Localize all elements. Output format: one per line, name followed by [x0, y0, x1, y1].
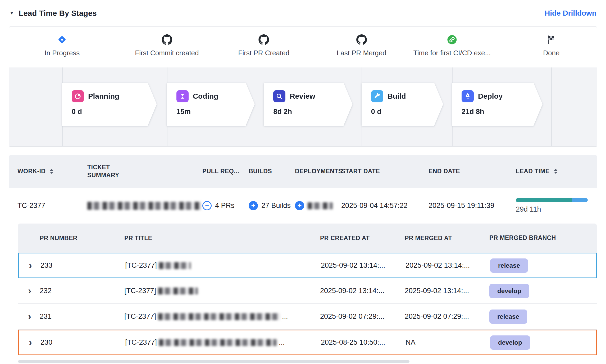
pr-number: 232 [40, 287, 124, 295]
pr-title: [TC-2377] ... [125, 338, 321, 347]
milestone-last-pr-merged: Last PR Merged [337, 34, 386, 57]
collapse-prs-icon[interactable]: − [202, 201, 212, 210]
lead-time-bar [516, 198, 588, 202]
col-builds: BUILDS [249, 168, 295, 175]
pr-created-at: 2025-09-02 13:14:... [321, 261, 405, 270]
stage-build: Build 0 d [362, 83, 443, 126]
lane-divider [551, 67, 552, 146]
col-pull-requests: PULL REQ... [202, 168, 249, 175]
magnifier-icon [273, 90, 285, 102]
deployments-cell: + [295, 201, 341, 210]
lead-time-stages-card: In Progress First Commit created First P… [9, 26, 597, 147]
work-item-row: TC-2377 − 4 PRs + 27 Builds + 2025-09-04… [9, 188, 597, 224]
col-deployments: DEPLOYMENTS [295, 168, 341, 175]
github-icon [356, 34, 367, 46]
chevron-right-icon[interactable]: › [19, 338, 40, 347]
sort-icon[interactable] [554, 169, 558, 174]
stage-name: Build [388, 92, 406, 101]
milestone-label: Time for first CI/CD exe... [413, 49, 491, 57]
pr-created-at: 2025-08-25 10:50:... [321, 338, 405, 347]
stage-name: Review [290, 92, 315, 101]
rocket-icon [462, 90, 474, 102]
pull-requests-cell: − 4 PRs [202, 201, 249, 210]
stage-name: Deploy [478, 92, 503, 101]
pr-created-at: 2025-09-02 13:14:... [320, 287, 405, 295]
stage-duration: 0 d [72, 108, 157, 116]
col-work-id: WORK-ID [17, 168, 87, 175]
horizontal-scrollbar[interactable] [18, 360, 409, 363]
pr-row-232[interactable]: › 232 [TC-2377] 2025-09-02 13:14:... 202… [18, 278, 597, 304]
pr-branch-cell: develop [489, 284, 597, 298]
start-date: 2025-09-04 14:57:22 [341, 202, 429, 210]
milestone-label: Done [543, 49, 559, 57]
hide-drilldown-link[interactable]: Hide Drilldown [545, 9, 596, 17]
pr-branch-cell: release [490, 258, 596, 273]
pr-row-231[interactable]: › 231 [TC-2377] ... 2025-09-02 07:29:...… [18, 304, 597, 330]
branch-badge: release [489, 310, 527, 324]
stage-duration: 8d 2h [273, 108, 352, 116]
planning-pie-icon [72, 90, 84, 102]
branch-badge: release [490, 258, 528, 273]
sort-icon[interactable] [50, 169, 53, 174]
work-items-table: WORK-ID TICKET SUMMARY PULL REQ... BUILD… [9, 155, 597, 224]
pr-title: [TC-2377] [124, 287, 320, 295]
collapse-triangle-icon[interactable]: ▼ [10, 11, 14, 16]
col-pr-number: PR NUMBER [40, 235, 124, 242]
col-pr-title: PR TITLE [124, 235, 320, 242]
stage-coding: Coding 15m [167, 83, 255, 126]
stage-name: Planning [88, 92, 119, 101]
stage-duration: 15m [176, 108, 255, 116]
milestone-in-progress: In Progress [44, 34, 80, 57]
pr-title: [TC-2377] [125, 261, 321, 270]
milestone-first-pr: First PR Created [238, 34, 290, 57]
pr-merged-at: 2025-09-02 13:14:... [405, 287, 489, 295]
expand-deployments-icon[interactable]: + [295, 201, 304, 210]
github-icon [258, 34, 269, 46]
end-date: 2025-09-15 19:11:39 [429, 202, 516, 210]
col-pr-branch: PR MERGED BRANCH [489, 234, 597, 242]
pr-row-233[interactable]: › 233 [TC-2377] 2025-09-02 13:14:... 202… [18, 253, 597, 278]
build-count: 27 Builds [261, 202, 291, 210]
section-header: ▼ Lead Time By Stages Hide Drilldown [10, 0, 596, 26]
cicd-link-icon [447, 34, 457, 46]
milestone-label: In Progress [44, 49, 80, 57]
expand-builds-icon[interactable]: + [249, 201, 258, 210]
branch-badge: develop [490, 335, 530, 350]
milestone-row: In Progress First Commit created First P… [9, 27, 597, 67]
work-table-header: WORK-ID TICKET SUMMARY PULL REQ... BUILD… [9, 155, 597, 188]
pr-merged-at: 2025-09-02 07:29:... [405, 312, 489, 321]
lead-time-value: 29d 11h [516, 205, 597, 213]
milestone-first-cicd: Time for first CI/CD exe... [413, 34, 491, 57]
pr-number: 231 [40, 312, 124, 321]
stage-planning: Planning 0 d [62, 83, 157, 126]
pr-row-230[interactable]: › 230 [TC-2377] ... 2025-08-25 10:50:...… [18, 330, 597, 355]
col-ticket-summary: TICKET SUMMARY [87, 163, 202, 179]
col-pr-created: PR CREATED AT [320, 235, 405, 242]
milestone-label: First PR Created [238, 49, 290, 57]
chevron-right-icon[interactable]: › [19, 261, 40, 270]
chevron-right-icon[interactable]: › [18, 312, 40, 321]
pr-table-header: PR NUMBER PR TITLE PR CREATED AT PR MERG… [18, 224, 597, 253]
stage-name: Coding [193, 92, 218, 101]
stage-lane: Planning 0 d Coding 15m [9, 67, 597, 146]
stage-deploy: Deploy 21d 8h [452, 83, 543, 126]
chevron-right-icon[interactable]: › [18, 286, 40, 296]
stage-review: Review 8d 2h [264, 83, 352, 126]
stage-duration: 0 d [371, 108, 443, 116]
in-progress-diamond-icon [57, 34, 67, 46]
pr-number: 230 [40, 338, 125, 347]
milestone-first-commit: First Commit created [135, 34, 199, 57]
pr-number: 233 [40, 261, 125, 270]
col-start-date: START DATE [341, 168, 429, 175]
milestone-label: First Commit created [135, 49, 199, 57]
pr-merged-at: NA [405, 338, 490, 347]
ticket-summary-redacted [87, 202, 202, 210]
pr-branch-cell: release [489, 310, 597, 324]
pr-table: PR NUMBER PR TITLE PR CREATED AT PR MERG… [18, 224, 597, 355]
pr-merged-at: 2025-09-02 13:14:... [405, 261, 490, 270]
col-end-date: END DATE [429, 168, 516, 175]
pr-count: 4 PRs [215, 202, 235, 210]
pr-branch-cell: develop [490, 335, 596, 350]
deployments-redacted [308, 202, 333, 209]
pr-title: [TC-2377] ... [124, 312, 320, 321]
